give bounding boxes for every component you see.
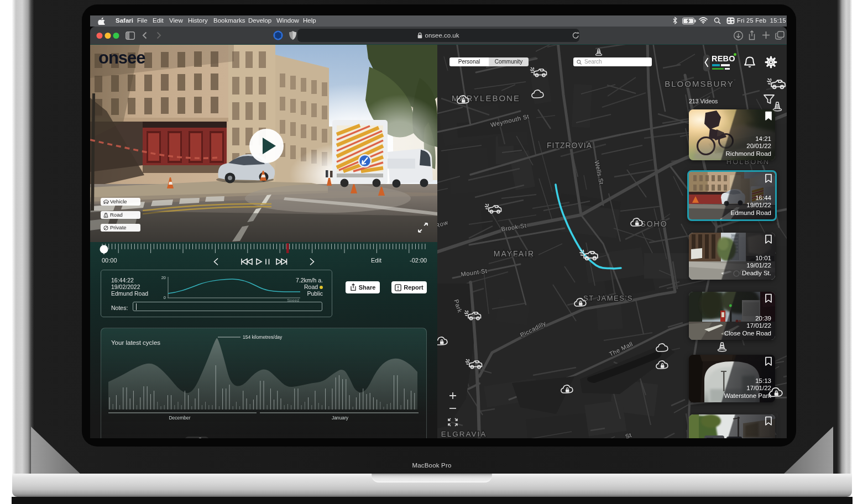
svg-text:MAYFAIR: MAYFAIR — [494, 249, 535, 258]
svg-text:FITZROVIA: FITZROVIA — [547, 141, 592, 150]
svg-text:Speed: Speed — [287, 298, 299, 302]
svg-text:Brook St: Brook St — [501, 222, 527, 233]
svg-text:ELGRAVIA: ELGRAVIA — [441, 430, 487, 438]
svg-text:ST JAMES’S: ST JAMES’S — [583, 294, 633, 302]
svg-text:Mount St: Mount St — [461, 267, 488, 278]
svg-text:20: 20 — [161, 275, 166, 280]
svg-text:Wells St: Wells St — [593, 160, 605, 185]
svg-text:St: St — [624, 432, 632, 438]
svg-text:SOHO: SOHO — [640, 219, 667, 228]
svg-text:BLOOMSBURY: BLOOMSBURY — [665, 79, 734, 88]
svg-text:Row: Row — [437, 219, 449, 229]
svg-text:0: 0 — [164, 295, 166, 300]
